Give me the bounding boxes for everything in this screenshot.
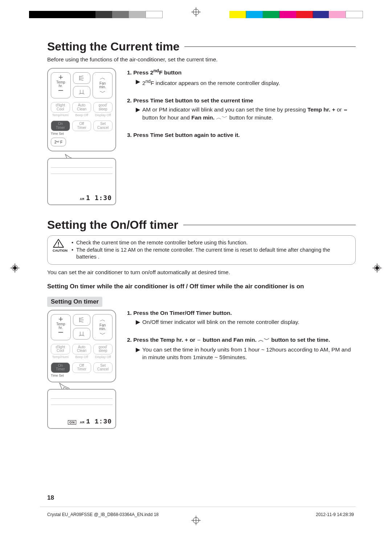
caution-box: CAUTION •Check the current time on the r… [47,235,356,265]
on-timer-button: OnTimer [51,121,70,131]
caution-icon: CAUTION [53,239,68,253]
footer-divider [40,507,356,507]
footer-timestamp: 2012-11-9 14:28:39 [316,512,354,517]
heading-2: Setting the On/Off timer [47,218,356,232]
registration-mark-icon [10,263,20,273]
display-panel-2: ONAM1 1:30 [47,389,116,429]
minus-icon: − [58,88,64,93]
body-text: You can set the air conditioner to turn … [47,269,356,276]
registration-mark-icon [191,516,201,525]
air-icon [73,86,91,98]
registration-mark-icon [372,263,382,273]
chevron-up-icon: ︿ [100,74,106,82]
remote-illustration-2: +Temphr.− ︿Fanmin.﹀ d'lightCool AutoClea… [47,310,116,382]
intro-text: Before using the functions of the air-co… [47,56,356,63]
remote-illustration-1: +Temphr.− ︿Fanmin.﹀ d'lightCool AutoClea… [47,68,116,151]
chevron-down-icon: ﹀ [100,89,106,97]
footer-filename: Crystal EU_AR09FSSE @_IB_DB68-03364A_EN.… [47,512,159,517]
swing-icon [73,72,91,84]
section-pill: Setting On timer [47,297,102,307]
registration-mark-icon [191,7,201,17]
second-f-button: 2ⁿᵈ F [51,138,66,146]
plus-icon: + [58,74,63,81]
svg-point-15 [58,245,59,247]
on-timer-button: OnTimer [51,362,70,373]
sub-heading: Setting On timer while the air condition… [47,283,356,290]
display-panel-1: AM1 1:30 [47,158,116,205]
page-number: 18 [47,494,54,502]
heading-1: Setting the Current time [47,40,356,53]
